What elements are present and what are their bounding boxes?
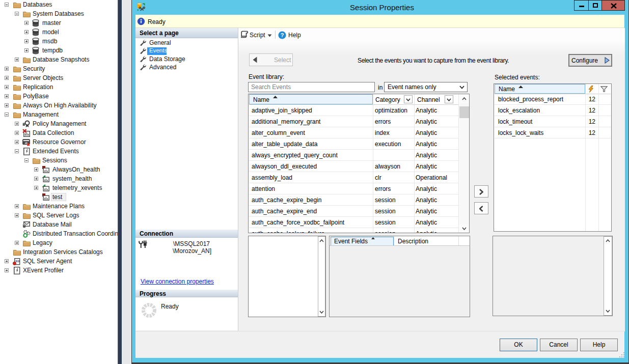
svg-text:xo: xo [15, 259, 19, 263]
svg-text:?: ? [281, 32, 284, 38]
